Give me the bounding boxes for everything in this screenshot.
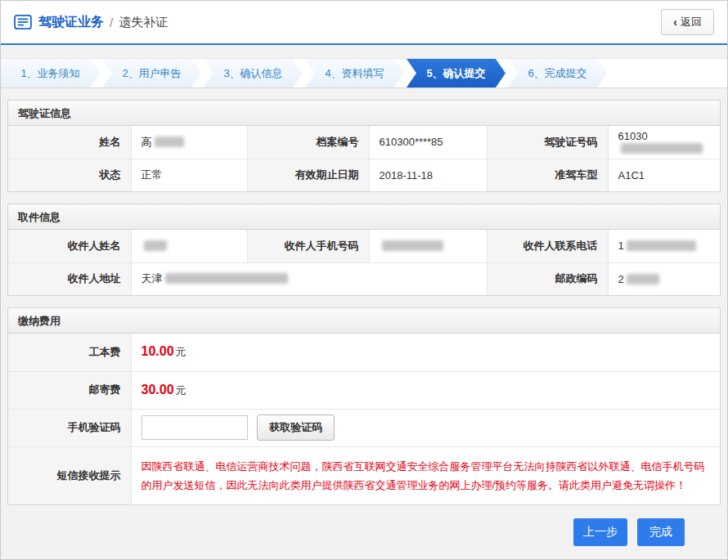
recipient-address-value: 天津: [131, 262, 487, 295]
recipient-mobile-label: 收件人手机号码: [247, 230, 369, 262]
license-number-label: 驾驶证号码: [487, 126, 608, 159]
redacted-value: [621, 143, 703, 154]
mail-fee-amount: 30.00: [142, 383, 174, 396]
step-6-complete: 6、完成提交: [508, 59, 607, 87]
page: 驾驶证业务 / 遗失补证 ‹ 返回 1、业务须知 2、用户申告 3、确认信息 4…: [0, 0, 728, 560]
work-fee-amount: 10.00: [142, 344, 174, 358]
step-5-confirm-submit: 5、确认提交: [407, 59, 506, 87]
table-row: 姓名 高 档案编号 610300****85 驾驶证号码 61030: [8, 126, 720, 159]
table-row: 短信接收提示 因陕西省联通、电信运营商技术问题，陕西省互联网交通安全综合服务管理…: [8, 446, 720, 504]
license-number-value: 61030: [608, 126, 720, 159]
step-1-notice: 1、业务须知: [1, 59, 100, 87]
mail-fee-label: 邮寄费: [8, 371, 131, 409]
pickup-info-title: 取件信息: [8, 204, 720, 230]
sms-notice-cell: 因陕西省联通、电信运营商技术问题，陕西省互联网交通安全综合服务管理平台无法向持陕…: [131, 446, 720, 504]
breadcrumb-separator: /: [110, 16, 113, 29]
pickup-info-table: 收件人姓名 收件人手机号码 收件人联系电话 1 收件人地址 天津 邮政编码 2: [8, 230, 720, 295]
page-title: 驾驶证业务: [38, 14, 104, 31]
vehicle-class-value: A1C1: [608, 159, 720, 191]
redacted-value: [155, 137, 184, 147]
step-4-fill-info: 4、资料填写: [305, 59, 404, 87]
recipient-name-value: [131, 230, 247, 262]
status-value: 正常: [131, 159, 247, 191]
recipient-name-label: 收件人姓名: [8, 230, 131, 262]
sms-code-input[interactable]: [142, 415, 248, 440]
table-row: 邮寄费 30.00元: [8, 371, 720, 409]
file-number-label: 档案编号: [247, 126, 369, 159]
breadcrumb-current: 遗失补证: [119, 15, 168, 30]
name-label: 姓名: [8, 126, 131, 159]
work-fee-label: 工本费: [8, 334, 131, 371]
file-number-value: 610300****85: [369, 126, 487, 159]
redacted-value: [627, 240, 696, 251]
expiry-date-label: 有效期止日期: [247, 159, 369, 191]
recipient-phone-label: 收件人联系电话: [487, 230, 608, 262]
name-value: 高: [131, 126, 247, 159]
finish-button[interactable]: 完成: [637, 518, 685, 546]
redacted-value: [144, 240, 167, 251]
fees-title: 缴纳费用: [8, 308, 720, 334]
back-button[interactable]: ‹ 返回: [661, 9, 714, 35]
sms-code-label: 手机验证码: [8, 409, 131, 446]
vehicle-class-label: 准驾车型: [487, 159, 608, 191]
sms-notice-text: 因陕西省联通、电信运营商技术问题，陕西省互联网交通安全综合服务管理平台无法向持陕…: [142, 457, 711, 495]
redacted-value: [382, 240, 443, 251]
step-3-confirm-info: 3、确认信息: [204, 59, 303, 87]
work-fee-value: 10.00元: [131, 334, 720, 371]
sms-code-cell: 获取验证码: [131, 409, 720, 446]
expiry-date-value: 2018-11-18: [369, 159, 487, 191]
license-info-section: 驾驶证信息 姓名 高 档案编号 610300****85 驾驶证号码 61030…: [7, 100, 721, 192]
postcode-label: 邮政编码: [487, 262, 608, 295]
table-row: 收件人地址 天津 邮政编码 2: [8, 262, 720, 295]
currency-unit: 元: [176, 346, 186, 358]
pickup-info-section: 取件信息 收件人姓名 收件人手机号码 收件人联系电话 1 收件人地址 天津 邮政…: [7, 204, 721, 296]
redacted-value: [627, 274, 659, 284]
footer-actions: 上一步 完成: [1, 505, 727, 546]
top-header: 驾驶证业务 / 遗失补证 ‹ 返回: [1, 1, 727, 45]
table-row: 状态 正常 有效期止日期 2018-11-18 准驾车型 A1C1: [8, 159, 720, 191]
table-row: 收件人姓名 收件人手机号码 收件人联系电话 1: [8, 230, 720, 262]
step-wizard: 1、业务须知 2、用户申告 3、确认信息 4、资料填写 5、确认提交 6、完成提…: [1, 58, 727, 88]
sms-notice-label: 短信接收提示: [8, 446, 131, 504]
back-arrow-icon: ‹: [673, 16, 677, 28]
get-code-button[interactable]: 获取验证码: [257, 414, 335, 441]
recipient-address-label: 收件人地址: [8, 262, 131, 295]
step-2-declaration: 2、用户申告: [102, 59, 201, 87]
license-info-title: 驾驶证信息: [8, 101, 720, 126]
status-label: 状态: [8, 159, 131, 191]
recipient-phone-value: 1: [608, 230, 720, 262]
fees-section: 缴纳费用 工本费 10.00元 邮寄费 30.00元 手机验证码 获取验证码: [7, 307, 721, 505]
license-info-table: 姓名 高 档案编号 610300****85 驾驶证号码 61030 状态 正常…: [8, 126, 720, 191]
back-button-label: 返回: [681, 15, 702, 29]
prev-step-button[interactable]: 上一步: [573, 518, 627, 546]
table-row: 工本费 10.00元: [8, 334, 720, 371]
postcode-value: 2: [608, 262, 720, 295]
table-row: 手机验证码 获取验证码: [8, 409, 720, 446]
document-list-icon: [14, 15, 32, 29]
fees-table: 工本费 10.00元 邮寄费 30.00元 手机验证码 获取验证码 短信接收提: [8, 334, 720, 504]
recipient-mobile-value: [369, 230, 487, 262]
mail-fee-value: 30.00元: [131, 371, 720, 409]
redacted-value: [165, 273, 288, 284]
currency-unit: 元: [176, 384, 186, 396]
